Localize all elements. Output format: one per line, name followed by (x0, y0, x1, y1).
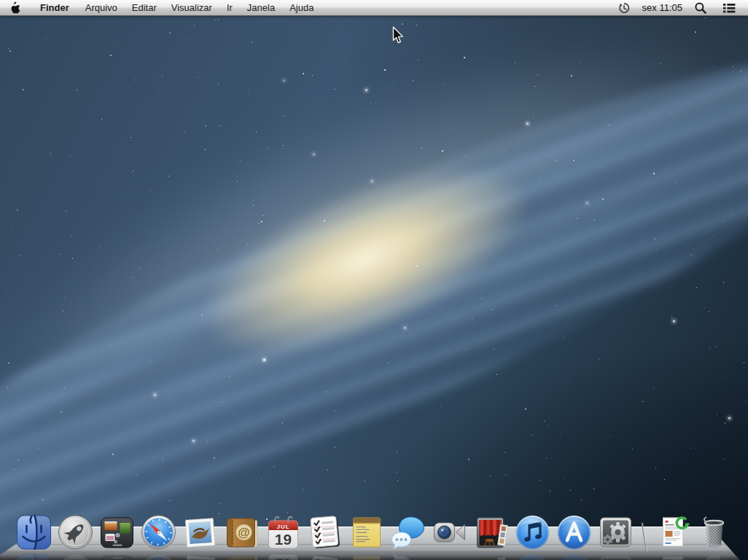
star (262, 184, 262, 184)
star (61, 411, 62, 413)
apple-menu[interactable] (0, 0, 31, 15)
star (214, 20, 215, 20)
star (110, 55, 112, 56)
star (534, 86, 535, 87)
star (418, 60, 418, 61)
star (609, 125, 609, 125)
star (233, 414, 234, 415)
notification-center-menu[interactable] (716, 0, 742, 15)
star (150, 362, 151, 362)
star (496, 374, 497, 375)
star (571, 75, 572, 77)
star (237, 181, 238, 182)
star (581, 499, 582, 500)
menu-item-editar[interactable]: Editar (125, 0, 164, 15)
dock-item-photo-booth[interactable] (472, 513, 510, 551)
star (133, 281, 134, 281)
star (135, 79, 136, 79)
star (169, 500, 170, 501)
star (402, 23, 403, 25)
star (71, 236, 71, 236)
menu-item-janela[interactable]: Janela (240, 0, 282, 15)
star (313, 153, 315, 155)
dock-item-reminders[interactable] (306, 513, 344, 551)
star (671, 316, 672, 317)
dock-item-itunes[interactable] (514, 513, 552, 551)
mouse-cursor (392, 26, 405, 45)
star (550, 491, 550, 491)
star (248, 90, 249, 91)
star (186, 38, 187, 39)
dock-item-contacts[interactable]: @ (223, 513, 261, 551)
dock-item-calendar[interactable]: JUL 19 (265, 513, 303, 551)
star (537, 74, 538, 75)
star (691, 254, 692, 255)
time-machine-menu[interactable] (612, 0, 636, 15)
star (573, 160, 574, 161)
app-store-icon (556, 513, 593, 551)
menu-clock[interactable]: sex 11:05 (639, 0, 685, 15)
star (653, 387, 654, 388)
star (539, 480, 540, 481)
star (335, 89, 335, 90)
star (137, 475, 138, 475)
star (1, 497, 2, 498)
dock-item-notes[interactable] (348, 513, 386, 551)
dock-item-downloads-stack[interactable] (654, 513, 692, 551)
dock-item-finder[interactable] (15, 513, 53, 551)
star (548, 425, 548, 426)
dock-item-app-store[interactable] (556, 513, 593, 551)
star (222, 402, 222, 402)
star (370, 103, 371, 104)
star (201, 315, 202, 316)
star (65, 298, 66, 298)
dock-item-safari[interactable] (140, 513, 178, 551)
menu-item-arquivo[interactable]: Arquivo (78, 0, 125, 15)
dock-item-mission-control[interactable] (98, 513, 136, 551)
star (464, 57, 465, 58)
star (130, 137, 131, 138)
spotlight-menu[interactable] (688, 0, 713, 15)
star (214, 457, 215, 459)
star (397, 481, 398, 481)
star (733, 66, 733, 67)
star (324, 220, 325, 222)
star (704, 308, 705, 308)
star (429, 275, 430, 276)
menu-item-visualizar[interactable]: Visualizar (164, 0, 219, 15)
star (504, 151, 504, 152)
star (593, 489, 594, 489)
star (384, 69, 386, 71)
menu-item-ajuda[interactable]: Ajuda (282, 0, 321, 15)
desktop-wallpaper[interactable] (0, 16, 748, 560)
star (519, 139, 520, 139)
dock-item-messages[interactable] (389, 513, 427, 551)
star (655, 238, 655, 239)
star (283, 145, 284, 146)
star (421, 148, 422, 149)
dock-item-trash[interactable] (696, 513, 733, 551)
star (252, 42, 252, 42)
star (746, 401, 747, 402)
star (70, 156, 71, 157)
star (713, 236, 714, 237)
star (548, 155, 548, 156)
dock-item-launchpad[interactable] (57, 513, 95, 551)
star (641, 243, 642, 244)
dock-item-facetime[interactable] (431, 513, 469, 551)
star (207, 441, 208, 442)
star (96, 95, 97, 96)
dock-item-system-preferences[interactable] (597, 513, 635, 551)
menu-item-finder[interactable]: Finder (31, 0, 78, 15)
star (168, 176, 169, 176)
star (614, 104, 615, 104)
star (539, 181, 540, 182)
dock-item-mail[interactable] (182, 513, 219, 551)
star (570, 490, 571, 491)
star (566, 323, 566, 324)
star (599, 359, 599, 359)
menu-item-ir[interactable]: Ir (219, 0, 240, 15)
star (526, 122, 529, 125)
star (54, 401, 55, 402)
star (440, 225, 441, 225)
